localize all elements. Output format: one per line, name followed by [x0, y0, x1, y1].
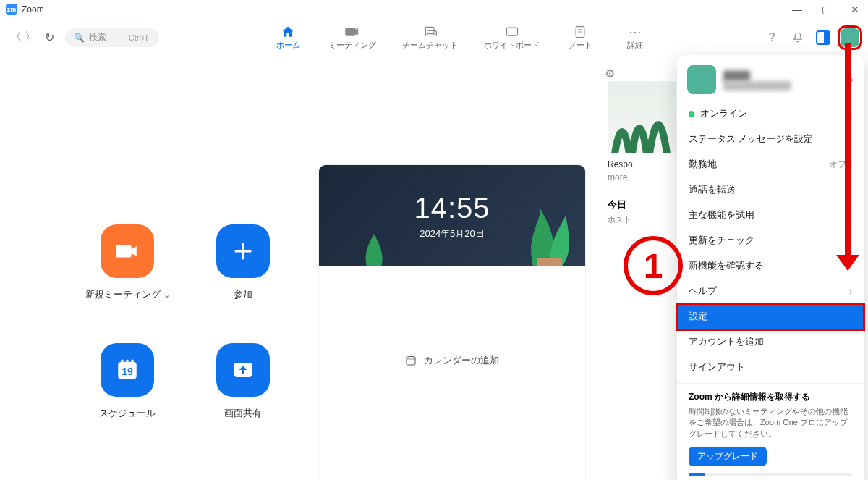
menu-check-updates-label: 更新をチェック	[689, 235, 754, 247]
menu-work-location-value: オフ	[829, 159, 846, 171]
bell-icon[interactable]	[790, 30, 806, 46]
side-image	[608, 81, 676, 153]
menu-forward-calls-label: 通話を転送	[689, 184, 736, 196]
profile-name: ████	[723, 70, 791, 81]
video-icon	[345, 24, 359, 40]
nav-teamchat[interactable]: チームチャット	[402, 24, 458, 51]
nav-whiteboard[interactable]: ホワイトボード	[484, 24, 540, 51]
host-label: ホスト	[608, 214, 676, 225]
nav-note-label: ノート	[569, 40, 592, 51]
help-icon[interactable]: ?	[764, 30, 780, 46]
note-icon	[573, 24, 587, 40]
profile-email: ████████████	[723, 81, 791, 90]
new-meeting-label: 新規ミーティング	[85, 288, 161, 301]
menu-sign-out-label: サインアウト	[689, 361, 745, 374]
svg-point-7	[126, 359, 129, 362]
share-icon	[216, 343, 270, 397]
menu-work-location[interactable]: 勤務地 オフ›	[677, 152, 864, 177]
menu-work-location-label: 勤務地	[689, 159, 717, 171]
chevron-down-icon[interactable]: ⌄	[163, 290, 170, 300]
history-icon[interactable]: ↻	[41, 30, 58, 44]
chat-icon	[423, 24, 438, 40]
annotation-arrow-line	[845, 43, 851, 261]
main-nav: ホーム ミーティング チームチャット ホワイトボード ノート	[273, 24, 650, 51]
plus-icon	[216, 224, 270, 278]
menu-whats-new-label: 新機能を確認する	[689, 260, 764, 272]
nav-note[interactable]: ノート	[566, 24, 595, 51]
menu-settings[interactable]: 設定	[677, 304, 864, 329]
promo-progress	[689, 473, 852, 476]
annotation-circle: 1	[624, 236, 683, 295]
nav-home-label: ホーム	[276, 40, 300, 51]
search-placeholder: 検索	[89, 31, 106, 43]
today-card: 14:55 2024年5月20日 カレンダーの追加	[318, 164, 586, 480]
new-meeting-button[interactable]: 新規ミーティング ⌄	[69, 224, 185, 301]
side-text-1: Respo	[608, 159, 676, 169]
clock-date: 2024年5月20日	[420, 227, 485, 240]
profile-row[interactable]: ████ ████████████ ›	[677, 58, 864, 101]
side-pane: ⚙ Respo more 今日 ホスト	[608, 64, 676, 252]
promo-title: Zoom から詳細情報を取得する	[689, 391, 852, 403]
app-logo-icon: zm	[6, 4, 17, 15]
nav-more-label: 詳細	[627, 40, 643, 51]
svg-rect-10	[537, 258, 562, 266]
menu-set-status[interactable]: ステータス メッセージを設定	[677, 127, 864, 152]
status-dot-icon	[689, 111, 694, 117]
nav-teamchat-label: チームチャット	[402, 40, 458, 51]
search-input[interactable]: 🔍 検索 Ctrl+F	[65, 28, 159, 47]
join-label: 参加	[234, 288, 252, 301]
calendar-icon: 19	[101, 343, 154, 397]
close-button[interactable]: ✕	[848, 4, 862, 15]
menu-try-features-label: 主な機能を試用	[689, 209, 754, 222]
more-icon: ⋯	[629, 24, 642, 40]
nav-whiteboard-label: ホワイトボード	[484, 40, 540, 51]
annotation-arrow-head-icon	[836, 255, 859, 271]
svg-rect-11	[407, 357, 415, 365]
home-icon	[281, 24, 295, 40]
svg-point-6	[121, 359, 124, 362]
nav-meeting-label: ミーティング	[328, 40, 376, 51]
menu-check-updates[interactable]: 更新をチェック	[677, 228, 864, 253]
nav-forward-button[interactable]: 〉	[23, 30, 38, 45]
nav-home[interactable]: ホーム	[273, 24, 302, 51]
nav-more[interactable]: ⋯ 詳細	[621, 24, 650, 51]
today-label: 今日	[608, 198, 676, 211]
clock-banner: 14:55 2024年5月20日	[319, 165, 585, 266]
promo-body: 時間制限のないミーティングやその他の機能をご希望の場合は、Zoom One プロ…	[689, 406, 852, 439]
nav-back-button[interactable]: 〈	[9, 30, 23, 45]
join-button[interactable]: 参加	[185, 224, 301, 301]
gear-icon[interactable]: ⚙	[605, 67, 615, 80]
upgrade-button[interactable]: アップグレード	[689, 447, 767, 466]
title-bar: zm Zoom — ▢ ✕	[0, 0, 868, 19]
menu-add-account[interactable]: アカウントを追加	[677, 329, 864, 355]
menu-online[interactable]: オンライン ›	[677, 101, 864, 127]
nav-meeting[interactable]: ミーティング	[328, 24, 376, 51]
menu-help[interactable]: ヘルプ ›	[677, 279, 864, 304]
menu-forward-calls[interactable]: 通話を転送	[677, 177, 864, 203]
app-title: Zoom	[22, 4, 44, 14]
add-calendar-button[interactable]: カレンダーの追加	[319, 339, 585, 382]
menu-sign-out[interactable]: サインアウト	[677, 355, 864, 380]
side-text-2: more	[608, 172, 676, 182]
svg-text:19: 19	[122, 366, 133, 377]
svg-rect-0	[506, 28, 517, 35]
plant-decor-icon	[359, 230, 396, 266]
share-screen-button[interactable]: 画面共有	[185, 343, 301, 420]
plant-decor-icon	[519, 201, 576, 266]
maximize-button[interactable]: ▢	[819, 4, 833, 15]
camera-icon	[101, 224, 154, 278]
menu-settings-label: 設定	[689, 311, 707, 323]
profile-avatar-icon	[687, 65, 716, 94]
menu-set-status-label: ステータス メッセージを設定	[689, 133, 813, 146]
minimize-button[interactable]: —	[790, 4, 804, 15]
sidebar-toggle-icon[interactable]	[816, 30, 830, 45]
schedule-button[interactable]: 19 スケジュール	[69, 343, 185, 420]
calendar-add-icon	[405, 355, 417, 366]
search-shortcut: Ctrl+F	[129, 33, 150, 42]
menu-add-account-label: アカウントを追加	[689, 336, 764, 348]
svg-point-8	[131, 359, 134, 362]
menu-try-features[interactable]: 主な機能を試用 ⧉	[677, 203, 864, 228]
menu-help-label: ヘルプ	[689, 285, 717, 298]
clock-time: 14:55	[414, 192, 490, 224]
schedule-label: スケジュール	[99, 407, 156, 420]
